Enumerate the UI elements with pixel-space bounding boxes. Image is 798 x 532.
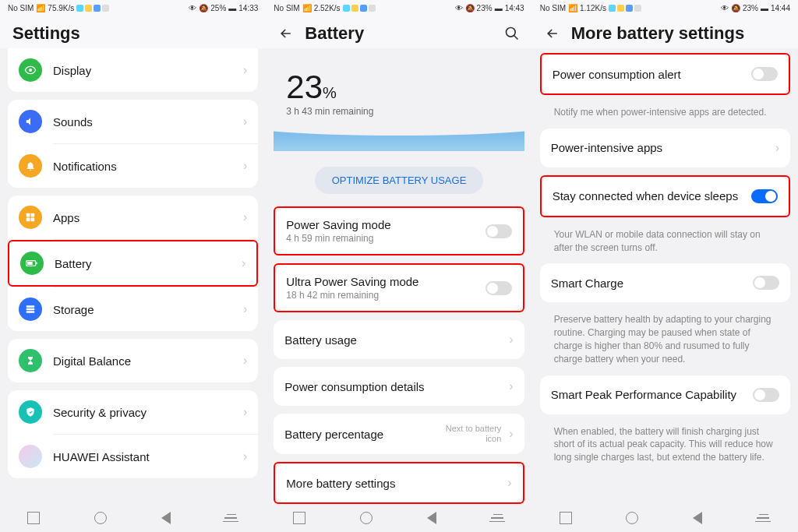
- nav-home-button[interactable]: [626, 512, 638, 524]
- row-label: More battery settings: [286, 477, 503, 490]
- time-label: 14:43: [505, 4, 524, 12]
- back-button[interactable]: [545, 26, 560, 41]
- more-battery-settings-row[interactable]: More battery settings ›: [275, 463, 522, 502]
- item-label: Notifications: [53, 160, 238, 173]
- settings-item-sounds[interactable]: Sounds ›: [8, 100, 258, 143]
- power-saving-mode-row[interactable]: Power Saving mode 4 h 59 min remaining: [275, 208, 522, 254]
- header: Battery: [266, 16, 531, 48]
- ultra-power-saving-row[interactable]: Ultra Power Saving mode 18 h 42 min rema…: [275, 265, 522, 311]
- chevron-right-icon: ›: [775, 141, 779, 155]
- ultra-power-saving-toggle[interactable]: [486, 281, 512, 295]
- battery-wave-graphic: [274, 122, 524, 151]
- nav-back-button[interactable]: [693, 512, 702, 524]
- nav-home-button[interactable]: [360, 512, 373, 524]
- optimize-battery-button[interactable]: OPTIMIZE BATTERY USAGE: [315, 167, 484, 194]
- nav-recent-button[interactable]: [560, 512, 572, 524]
- row-label: Power consumption alert: [553, 68, 751, 81]
- svg-rect-7: [27, 262, 33, 265]
- header: Settings: [0, 16, 266, 48]
- phone-screen-settings: No SIM 📶 75.9K/s 👁 🔕 25% ▬ 14:33 Setting…: [0, 0, 266, 532]
- settings-item-battery[interactable]: Battery ›: [8, 240, 258, 287]
- eye-off-icon: 👁: [721, 4, 729, 12]
- settings-item-huawei-assistant[interactable]: HUAWEI Assistant ›: [8, 435, 258, 478]
- search-button[interactable]: [504, 26, 520, 41]
- svg-rect-1: [26, 213, 30, 217]
- smart-charge-row[interactable]: Smart Charge: [540, 263, 790, 302]
- row-label: Smart Peak Performance Capability: [551, 388, 753, 401]
- battery-icon: ▬: [228, 4, 236, 12]
- smart-peak-row[interactable]: Smart Peak Performance Capability: [540, 375, 790, 414]
- mute-icon: 🔕: [465, 4, 475, 12]
- back-button[interactable]: [278, 26, 294, 41]
- nav-menu-button[interactable]: [224, 514, 238, 523]
- chevron-right-icon: ›: [509, 333, 513, 347]
- chevron-right-icon: ›: [243, 115, 247, 129]
- chevron-right-icon: ›: [243, 302, 247, 316]
- power-consumption-details-row[interactable]: Power consumption details ›: [274, 367, 524, 406]
- item-label: Security & privacy: [53, 406, 238, 419]
- time-label: 14:44: [771, 4, 790, 12]
- status-bar: No SIM 📶 75.9K/s 👁 🔕 25% ▬ 14:33: [0, 0, 266, 16]
- item-label: HUAWEI Assistant: [53, 450, 238, 463]
- status-app-icons: [76, 5, 109, 12]
- row-label: Power consumption details: [284, 380, 504, 393]
- battery-pct-label: 25%: [210, 4, 226, 12]
- carrier-label: No SIM: [274, 4, 299, 12]
- more-battery-content[interactable]: Power consumption alert Notify me when p…: [532, 48, 798, 504]
- power-consumption-alert-toggle[interactable]: [751, 67, 778, 81]
- battery-percentage-row[interactable]: Battery percentage Next to battery icon …: [274, 414, 524, 454]
- page-title: Battery: [305, 23, 364, 44]
- nav-menu-button[interactable]: [757, 514, 771, 523]
- phone-screen-battery: No SIM 📶 2.52K/s 👁 🔕 23% ▬ 14:43 Battery…: [266, 0, 531, 532]
- row-meta: Next to battery icon: [439, 424, 501, 444]
- settings-item-apps[interactable]: Apps ›: [8, 196, 258, 239]
- battery-content[interactable]: 23% 3 h 43 min remaining OPTIMIZE BATTER…: [266, 48, 531, 504]
- time-label: 14:33: [238, 4, 258, 12]
- apps-icon: [19, 206, 42, 229]
- smart-charge-toggle[interactable]: [753, 276, 779, 290]
- nav-home-button[interactable]: [94, 512, 107, 524]
- battery-icon: [20, 252, 44, 275]
- status-bar: No SIM 📶 1.12K/s 👁 🔕 23% ▬ 14:44: [532, 0, 798, 16]
- power-intensive-apps-row[interactable]: Power-intensive apps ›: [540, 129, 790, 167]
- nav-back-button[interactable]: [161, 512, 171, 524]
- battery-icon: ▬: [761, 4, 768, 12]
- header: More battery settings: [532, 16, 798, 48]
- stay-connected-toggle[interactable]: [751, 189, 778, 203]
- bell-icon: [19, 154, 42, 178]
- page-title: More battery settings: [571, 23, 745, 44]
- settings-item-security[interactable]: Security & privacy ›: [8, 390, 258, 434]
- nav-back-button[interactable]: [427, 512, 436, 524]
- stay-connected-row[interactable]: Stay connected when device sleeps: [542, 177, 789, 216]
- svg-rect-8: [26, 305, 35, 307]
- status-app-icons: [609, 5, 641, 12]
- settings-item-digital-balance[interactable]: Digital Balance ›: [8, 339, 258, 382]
- smart-peak-toggle[interactable]: [753, 388, 779, 402]
- battery-icon: ▬: [495, 4, 503, 12]
- settings-item-notifications[interactable]: Notifications ›: [8, 144, 258, 188]
- assistant-icon: [19, 445, 42, 468]
- status-app-icons: [343, 5, 376, 12]
- nav-bar: [0, 504, 266, 532]
- nav-recent-button[interactable]: [27, 512, 40, 524]
- power-saving-toggle[interactable]: [486, 224, 512, 238]
- settings-list[interactable]: Display › Sounds › Notifications › Apps …: [0, 48, 266, 504]
- item-label: Sounds: [53, 115, 238, 129]
- settings-item-display[interactable]: Display ›: [8, 48, 258, 92]
- item-label: Digital Balance: [53, 354, 238, 368]
- row-label: Ultra Power Saving mode: [286, 275, 485, 288]
- nav-bar: [532, 504, 798, 532]
- mute-icon: 🔕: [731, 4, 740, 12]
- sound-icon: [19, 110, 42, 133]
- item-label: Storage: [53, 303, 238, 316]
- settings-item-storage[interactable]: Storage ›: [8, 287, 258, 331]
- row-sublabel: 18 h 42 min remaining: [286, 290, 485, 301]
- battery-usage-row[interactable]: Battery usage ›: [274, 320, 524, 359]
- row-label: Battery percentage: [284, 428, 439, 441]
- nav-recent-button[interactable]: [293, 512, 305, 524]
- speed-label: 2.52K/s: [314, 4, 341, 12]
- chevron-right-icon: ›: [243, 63, 247, 77]
- chevron-right-icon: ›: [243, 159, 247, 173]
- power-consumption-alert-row[interactable]: Power consumption alert: [542, 55, 789, 93]
- nav-menu-button[interactable]: [491, 514, 505, 523]
